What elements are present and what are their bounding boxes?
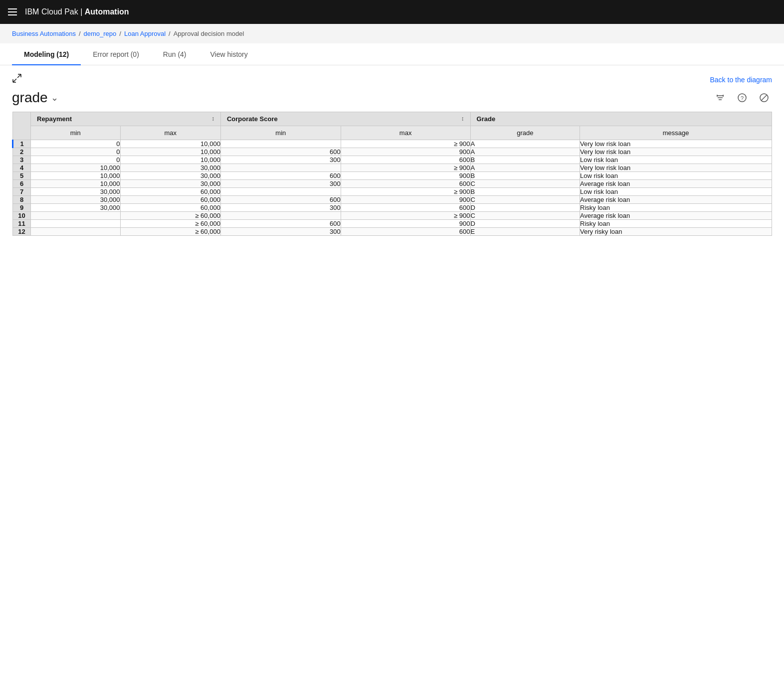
cell-grade[interactable]: A [470, 140, 580, 148]
back-to-diagram-link[interactable]: Back to the diagram [710, 76, 772, 84]
cell-grade[interactable]: A [470, 164, 580, 172]
cell-grade[interactable]: B [470, 188, 580, 196]
cell-message[interactable]: Very low risk loan [580, 164, 772, 172]
cell-cs-max[interactable]: 600 [341, 156, 470, 164]
cell-cs-min[interactable] [220, 140, 341, 148]
cell-rep-min[interactable]: 30,000 [31, 188, 121, 196]
cell-rep-max[interactable]: 10,000 [120, 156, 220, 164]
cell-rep-max[interactable]: 30,000 [120, 164, 220, 172]
cell-rep-max[interactable]: ≥ 60,000 [120, 228, 220, 236]
cell-rep-min[interactable]: 0 [31, 140, 121, 148]
cell-message[interactable]: Average risk loan [580, 180, 772, 188]
cell-grade[interactable]: E [470, 228, 580, 236]
cell-rep-max[interactable]: 30,000 [120, 180, 220, 188]
tab-view-history[interactable]: View history [198, 43, 260, 65]
table-row: 10 ≥ 60,000 ≥ 900 C Average risk loan [13, 212, 772, 220]
cell-rep-max[interactable]: ≥ 60,000 [120, 220, 220, 228]
cell-cs-min[interactable]: 600 [220, 172, 341, 180]
cell-grade[interactable]: D [470, 204, 580, 212]
cell-rep-max[interactable]: 60,000 [120, 204, 220, 212]
cell-rep-min[interactable]: 10,000 [31, 180, 121, 188]
cell-cs-max[interactable]: 900 [341, 196, 470, 204]
cell-rep-max[interactable]: 30,000 [120, 172, 220, 180]
cell-message[interactable]: Low risk loan [580, 156, 772, 164]
table-row: 6 10,000 30,000 300 600 C Average risk l… [13, 180, 772, 188]
cell-cs-max[interactable]: ≥ 900 [341, 212, 470, 220]
expand-icon[interactable] [12, 73, 22, 86]
cell-rep-min[interactable] [31, 212, 121, 220]
hamburger-menu[interactable] [8, 8, 17, 15]
col-cs-max: max [341, 126, 470, 140]
cell-rep-min[interactable]: 0 [31, 156, 121, 164]
cell-cs-min[interactable]: 300 [220, 156, 341, 164]
grade-chevron-icon: ⌄ [51, 92, 58, 103]
breadcrumb-sep-1: / [79, 30, 81, 37]
cell-message[interactable]: Low risk loan [580, 172, 772, 180]
col-group-repayment: Repayment ↕ [31, 112, 221, 126]
cell-cs-min[interactable] [220, 164, 341, 172]
cell-message[interactable]: Risky loan [580, 220, 772, 228]
cell-rep-max[interactable]: 10,000 [120, 140, 220, 148]
cell-cs-min[interactable]: 600 [220, 220, 341, 228]
cell-grade[interactable]: B [470, 172, 580, 180]
cell-rep-max[interactable]: ≥ 60,000 [120, 212, 220, 220]
col-message: message [580, 126, 772, 140]
tab-modeling[interactable]: Modeling (12) [12, 43, 81, 65]
cell-rep-min[interactable]: 10,000 [31, 172, 121, 180]
cell-cs-max[interactable]: ≥ 900 [341, 164, 470, 172]
cell-cs-max[interactable]: 900 [341, 172, 470, 180]
cell-message[interactable]: Average risk loan [580, 196, 772, 204]
cell-cs-min[interactable]: 300 [220, 228, 341, 236]
help-icon[interactable]: ? [734, 90, 750, 106]
row-number: 1 [13, 140, 31, 148]
block-icon[interactable] [756, 90, 772, 106]
cell-rep-max[interactable]: 60,000 [120, 188, 220, 196]
cell-rep-max[interactable]: 60,000 [120, 196, 220, 204]
breadcrumb-loan-approval[interactable]: Loan Approval [124, 30, 166, 37]
cell-rep-min[interactable]: 30,000 [31, 204, 121, 212]
cell-rep-min[interactable]: 30,000 [31, 196, 121, 204]
cell-message[interactable]: Very low risk loan [580, 148, 772, 156]
cell-cs-min[interactable] [220, 212, 341, 220]
cell-cs-max[interactable]: 900 [341, 148, 470, 156]
cell-cs-max[interactable]: 900 [341, 220, 470, 228]
row-number: 7 [13, 188, 31, 196]
col-grade: grade [470, 126, 580, 140]
cell-rep-min[interactable]: 0 [31, 148, 121, 156]
cell-cs-max[interactable]: 600 [341, 228, 470, 236]
cell-rep-min[interactable] [31, 220, 121, 228]
cell-grade[interactable]: C [470, 212, 580, 220]
cell-cs-max[interactable]: 600 [341, 204, 470, 212]
cell-cs-min[interactable]: 600 [220, 148, 341, 156]
cell-grade[interactable]: A [470, 148, 580, 156]
grade-selector[interactable]: grade ⌄ [12, 90, 58, 106]
svg-line-14 [762, 95, 767, 101]
cell-cs-max[interactable]: ≥ 900 [341, 140, 470, 148]
breadcrumb-sep-3: / [169, 30, 171, 37]
cell-grade[interactable]: C [470, 180, 580, 188]
breadcrumb-current: Approval decision model [174, 30, 244, 37]
cell-rep-min[interactable] [31, 228, 121, 236]
cell-rep-min[interactable]: 10,000 [31, 164, 121, 172]
cell-message[interactable]: Low risk loan [580, 188, 772, 196]
breadcrumb-business-automations[interactable]: Business Automations [12, 30, 76, 37]
breadcrumb-demo-repo[interactable]: demo_repo [84, 30, 117, 37]
cell-message[interactable]: Very low risk loan [580, 140, 772, 148]
cell-message[interactable]: Very risky loan [580, 228, 772, 236]
cell-grade[interactable]: B [470, 156, 580, 164]
tab-error-report[interactable]: Error report (0) [81, 43, 151, 65]
filter-icon[interactable] [712, 90, 728, 106]
cell-cs-max[interactable]: 600 [341, 180, 470, 188]
cell-cs-min[interactable]: 600 [220, 196, 341, 204]
cell-rep-max[interactable]: 10,000 [120, 148, 220, 156]
cell-message[interactable]: Risky loan [580, 204, 772, 212]
row-number: 5 [13, 172, 31, 180]
cell-cs-min[interactable] [220, 188, 341, 196]
cell-grade[interactable]: C [470, 196, 580, 204]
cell-grade[interactable]: D [470, 220, 580, 228]
cell-cs-min[interactable]: 300 [220, 180, 341, 188]
cell-cs-min[interactable]: 300 [220, 204, 341, 212]
tab-run[interactable]: Run (4) [151, 43, 198, 65]
cell-cs-max[interactable]: ≥ 900 [341, 188, 470, 196]
cell-message[interactable]: Average risk loan [580, 212, 772, 220]
